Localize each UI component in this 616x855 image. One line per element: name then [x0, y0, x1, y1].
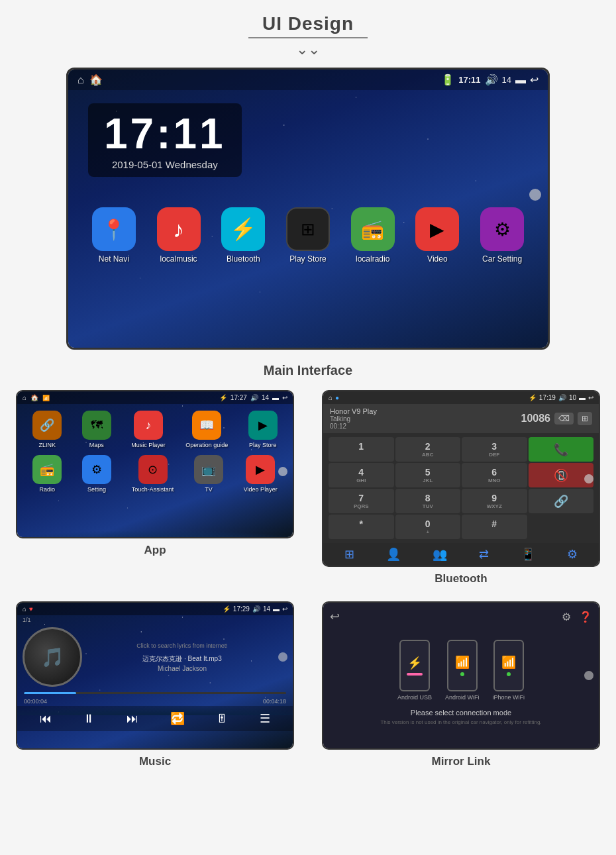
music-pause-btn[interactable]: ⏸ — [83, 712, 95, 726]
music-scroll-handle[interactable] — [278, 652, 287, 662]
music-vol-icon: 🔊 — [252, 605, 260, 613]
music-status-time: 17:29 — [233, 605, 250, 613]
volume-icon: 🔊 — [485, 74, 498, 86]
page-title: UI Design — [262, 13, 354, 34]
music-back-icon[interactable]: ↩ — [282, 605, 287, 613]
mirror-small-screen: ↩ ⚙ ❓ ⚡ Android USB — [322, 601, 600, 750]
small-app-music[interactable]: ♪ Music Player — [131, 411, 166, 448]
small-app-playstore[interactable]: ▶ Play Store — [248, 411, 278, 448]
app-localradio-label: localradio — [356, 254, 389, 264]
music-caption: Music — [139, 755, 171, 768]
bt-key-5[interactable]: 5JKL — [395, 463, 461, 487]
mirror-help-icon[interactable]: ❓ — [579, 611, 592, 623]
app-car-setting-label: Car Setting — [482, 254, 522, 264]
app-video-label: Video — [427, 254, 447, 264]
app-scroll-handle[interactable] — [278, 467, 287, 476]
bt-bt-icon: ⚡ — [529, 394, 537, 401]
app-screen-bg: ⌂ 🏠 📶 ⚡ 17:27 🔊 14 ▬ ↩ — [17, 391, 293, 537]
bt-key-8[interactable]: 8TUV — [395, 489, 461, 513]
app-car-setting[interactable]: ⚙ Car Setting — [480, 207, 524, 264]
app-playstore[interactable]: ⊞ Play Store — [286, 207, 330, 264]
app-wifi-icon: 📶 — [42, 395, 50, 401]
app-net-navi-label: Net Navi — [99, 254, 129, 264]
bt-key-0[interactable]: 0+ — [395, 515, 461, 539]
bt-dialpad-icon[interactable]: ⊞ — [344, 547, 354, 562]
mirror-scroll-handle[interactable] — [584, 671, 593, 680]
mirror-settings-icon[interactable]: ⚙ — [562, 611, 571, 623]
app-bt-icon: ⚡ — [219, 394, 227, 401]
bt-key-7[interactable]: 7PQRS — [329, 489, 394, 513]
window-icon: ▬ — [515, 74, 526, 86]
bt-key-link[interactable]: 🔗 — [529, 489, 594, 513]
battery-icon: 🔋 — [441, 74, 454, 86]
music-search-hint[interactable]: Click to search lyrics from internet! — [89, 642, 276, 649]
mirror-android-usb[interactable]: ⚡ Android USB — [397, 640, 432, 701]
bt-back-icon[interactable]: ↩ — [588, 394, 593, 401]
main-screen-wrapper: ⌂ 🏠 🔋 17:11 🔊 14 ▬ ↩ 17:11 2019-05-01 We… — [66, 68, 550, 350]
mirror-connection-text: Please select connection mode — [330, 709, 592, 717]
bt-key-3[interactable]: 3DEF — [462, 437, 527, 462]
mirror-iphone-wifi-label: iPhone WiFi — [493, 694, 525, 701]
bt-key-6[interactable]: 6MNO — [462, 463, 527, 487]
bt-scroll-handle[interactable] — [584, 474, 593, 483]
small-app-tv[interactable]: 📺 TV — [194, 455, 223, 493]
small-app-setting[interactable]: ⚙ Setting — [82, 455, 111, 493]
home2-icon[interactable]: 🏠 — [89, 74, 103, 86]
app-back-icon[interactable]: ↩ — [282, 394, 287, 401]
small-app-opguide[interactable]: 📖 Operation guide — [185, 411, 228, 448]
music-num: 14 — [263, 605, 270, 613]
back-icon[interactable]: ↩ — [530, 74, 539, 86]
music-prev-btn[interactable]: ⏮ — [40, 712, 52, 726]
mirror-screen-cell: ↩ ⚙ ❓ ⚡ Android USB — [316, 601, 606, 768]
bt-delete-icon[interactable]: ⌫ — [554, 413, 574, 425]
scroll-handle[interactable] — [529, 189, 541, 201]
mirror-android-wifi[interactable]: 📶 Android WiFi — [445, 640, 480, 701]
home-icon[interactable]: ⌂ — [77, 74, 84, 86]
bt-key-star[interactable]: * — [329, 515, 394, 539]
bt-keypad-toggle[interactable]: ⊞ — [578, 412, 592, 425]
small-app-music-label: Music Player — [131, 442, 166, 448]
music-heart-icon: ♥ — [29, 605, 33, 613]
app-bluetooth[interactable]: ⚡ Bluetooth — [221, 207, 265, 264]
bt-key-4[interactable]: 4GHI — [329, 463, 394, 487]
small-app-video[interactable]: ▶ Video Player — [244, 455, 278, 493]
bt-key-hash[interactable]: # — [462, 515, 527, 539]
music-playlist-btn[interactable]: ☰ — [260, 711, 270, 726]
small-app-maps[interactable]: 🗺 Maps — [82, 411, 111, 448]
app-localradio[interactable]: 📻 localradio — [351, 207, 395, 264]
music-eq-btn[interactable]: 🎚 — [216, 712, 228, 726]
bt-contacts-icon[interactable]: 👤 — [386, 547, 401, 562]
small-app-radio[interactable]: 📻 Radio — [32, 455, 62, 493]
bt-key-hangup[interactable]: 📵 — [529, 463, 594, 487]
mirror-back-icon[interactable]: ↩ — [330, 609, 340, 624]
music-screen-bg: ⌂ ♥ ⚡ 17:29 🔊 14 ▬ ↩ 1/1 — [17, 603, 293, 748]
app-vol-icon: 🔊 — [250, 394, 258, 401]
music-screen-cell: ⌂ ♥ ⚡ 17:29 🔊 14 ▬ ↩ 1/1 — [10, 601, 300, 768]
app-small-screen: ⌂ 🏠 📶 ⚡ 17:27 🔊 14 ▬ ↩ — [16, 390, 294, 538]
app-video[interactable]: ▶ Video — [415, 207, 459, 264]
small-app-zlink[interactable]: 🔗 ZLINK — [32, 411, 62, 448]
app-localmusic[interactable]: ♪ localmusic — [157, 207, 201, 264]
bt-person-icon[interactable]: 👥 — [433, 547, 447, 562]
bt-timer: 00:12 — [330, 423, 377, 430]
bt-num: 10 — [569, 394, 576, 401]
music-fav: 1/1 — [17, 615, 293, 625]
bt-phone-icon[interactable]: 📱 — [521, 547, 535, 562]
app-status-time: 17:27 — [231, 394, 247, 401]
music-repeat-btn[interactable]: 🔁 — [170, 711, 185, 726]
bt-settings-icon[interactable]: ⚙ — [567, 547, 578, 562]
app-net-navi[interactable]: 📍 Net Navi — [92, 207, 136, 264]
music-win-icon: ▬ — [273, 605, 280, 613]
music-current-time: 00:00:04 — [24, 698, 47, 705]
mirror-iphone-wifi[interactable]: 📶 iPhone WiFi — [493, 640, 525, 701]
mirror-android-wifi-label: Android WiFi — [445, 694, 480, 701]
music-next-btn[interactable]: ⏭ — [127, 712, 138, 726]
small-app-touch[interactable]: ⊙ Touch-Assistant — [132, 455, 174, 493]
small-app-opguide-label: Operation guide — [185, 442, 228, 448]
bt-transfer-icon[interactable]: ⇄ — [479, 547, 489, 562]
small-app-video-label: Video Player — [244, 486, 278, 493]
bt-key-9[interactable]: 9WXYZ — [462, 489, 527, 513]
bt-key-2[interactable]: 2ABC — [395, 437, 461, 462]
bt-key-call[interactable]: 📞 — [529, 437, 594, 462]
bt-key-1[interactable]: 1 — [329, 437, 394, 462]
